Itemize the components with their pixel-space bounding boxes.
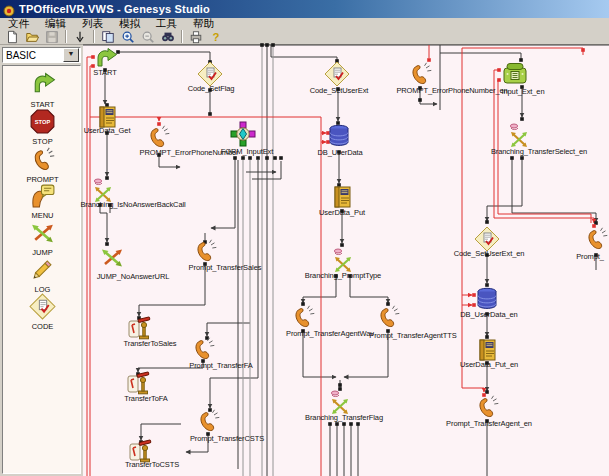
node-label-start: START xyxy=(93,68,116,77)
db-icon xyxy=(326,123,352,149)
node-label-prompt-transferagenttts: Prompt_TransferAgentTTS xyxy=(369,331,456,340)
toolbar-separator xyxy=(65,30,67,43)
node-label-branching-transferflag: Branching_TransferFlag xyxy=(305,413,383,422)
help-icon: ? xyxy=(209,30,223,44)
save-icon xyxy=(45,30,59,44)
code-icon xyxy=(29,306,56,323)
branching-icon xyxy=(327,389,353,415)
copy-button[interactable] xyxy=(98,29,118,44)
inputext-icon xyxy=(502,61,528,87)
node-label-prompt-right: Prompt_ xyxy=(576,252,604,261)
node-label-transfertocsts: TransferToCSTS xyxy=(125,460,179,469)
node-label-branching-prompttype: Branching_PromptType xyxy=(305,271,381,280)
prompt-icon xyxy=(29,159,56,176)
stop-icon: STOP xyxy=(29,121,56,138)
zoom-out-button xyxy=(138,29,158,44)
node-label-transfertofa: TransferToFA xyxy=(124,394,168,403)
new-icon xyxy=(5,30,19,44)
menu-bar: 文件编辑列表模拟工具帮助 xyxy=(0,18,609,29)
find-button[interactable] xyxy=(158,29,178,44)
zoomin-icon xyxy=(121,30,135,44)
prompt-icon xyxy=(195,408,221,434)
save-button xyxy=(42,29,62,44)
genesys-app-icon xyxy=(3,3,15,15)
darr-icon xyxy=(73,30,87,44)
palette-item-start[interactable]: START xyxy=(3,71,82,109)
zoomout-icon xyxy=(141,30,155,44)
node-label-prompt-errorphonenumber-en: PROMPT_ErrorPhoneNumber_en xyxy=(396,86,507,95)
open-icon xyxy=(25,30,39,44)
branching-icon xyxy=(506,122,532,148)
open-button[interactable] xyxy=(22,29,42,44)
window-title: TPOfficeIVR.VWS - Genesys Studio xyxy=(19,3,210,15)
node-label-prompt-transferagent-en: Prompt_TransferAgent_en xyxy=(446,419,532,428)
node-label-jump-noanswerurl: JUMP_NoAnswerURL xyxy=(97,272,170,281)
prompt-icon xyxy=(474,394,500,420)
svg-text:STOP: STOP xyxy=(35,119,51,125)
prompt-icon xyxy=(290,304,316,330)
palette-category-select[interactable]: BASIC ▼ xyxy=(2,47,81,63)
palette-item-log[interactable]: LOG xyxy=(3,256,82,294)
code-icon xyxy=(324,61,350,87)
branching-icon xyxy=(330,247,356,273)
help-button[interactable]: ? xyxy=(206,29,226,44)
menu-item-0[interactable]: 文件 xyxy=(0,18,37,29)
node-label-code-setflag: Code_SetFlag xyxy=(188,84,235,93)
palette-item-menu[interactable]: MENU xyxy=(3,182,82,220)
node-label-code-setuserext-en: Code_SetUserExt_en xyxy=(454,249,525,258)
tool-palette: STARTSTOPSTOPPROMPTMENUJUMPLOGCODE xyxy=(2,65,81,474)
chevron-down-icon[interactable]: ▼ xyxy=(63,48,79,62)
node-label-branching-isnoanswerbackcall: Branching_IsNoAnswerBackCall xyxy=(80,200,185,209)
db-icon xyxy=(474,286,500,312)
jump-icon xyxy=(99,244,125,270)
node-label-db-userdata-en: DB_UserData_en xyxy=(460,310,517,319)
node-label-prompt-transfercsts: Prompt_TransferCSTS xyxy=(190,434,264,443)
svg-text:?: ? xyxy=(213,31,220,43)
palette-item-jump[interactable]: JUMP xyxy=(3,219,82,257)
node-label-userdata-get: UserData_Get xyxy=(84,126,131,135)
node-label-userdata-put-en: UserData_Put_en xyxy=(460,360,518,369)
start-icon xyxy=(29,84,56,101)
menu-item-4[interactable]: 工具 xyxy=(148,18,185,29)
download-arrow-button[interactable] xyxy=(70,29,90,44)
prompt-icon xyxy=(375,304,401,330)
node-label-userdata-put: UserData_Put xyxy=(319,208,365,217)
node-label-branching-transferselect-en: Branching_TransferSelect_en xyxy=(491,147,587,156)
prompt-icon xyxy=(145,124,171,150)
new-button[interactable] xyxy=(2,29,22,44)
node-label-form-inputext: FORM_InputExt xyxy=(221,147,273,156)
palette-item-label: STOP xyxy=(3,137,82,146)
form-icon xyxy=(230,121,256,147)
node-label-db-userdata: DB_UserData xyxy=(317,148,362,157)
node-label-prompt-transfersales: Prompt_TransferSales xyxy=(189,263,262,272)
find-icon xyxy=(161,30,175,44)
node-label-prompt-transferfa: Prompt_TransferFA xyxy=(189,361,252,370)
node-label-code-setuserext: Code_SetUserExt xyxy=(310,86,369,95)
prompt-icon xyxy=(192,238,218,264)
toolbar-separator xyxy=(181,30,183,43)
prompt-icon xyxy=(583,226,609,252)
menu-item-2[interactable]: 列表 xyxy=(74,18,111,29)
menu-item-5[interactable]: 帮助 xyxy=(185,18,222,29)
palette-item-prompt[interactable]: PROMPT xyxy=(3,146,82,184)
node-label-input-ext-en: Input_Ext_en xyxy=(501,87,544,96)
menu-icon xyxy=(29,195,56,212)
title-bar: TPOfficeIVR.VWS - Genesys Studio xyxy=(0,0,609,18)
copy-icon xyxy=(101,30,115,44)
userdata-icon xyxy=(329,184,355,210)
node-label-prompt-transferagentwav: Prompt_TransferAgentWav xyxy=(286,329,374,338)
zoom-in-button[interactable] xyxy=(118,29,138,44)
menu-item-1[interactable]: 编辑 xyxy=(37,18,74,29)
toolbar-separator xyxy=(93,30,95,43)
jump-icon xyxy=(29,232,56,249)
log-icon xyxy=(29,269,56,286)
menu-item-3[interactable]: 模拟 xyxy=(111,18,148,29)
prompt-icon xyxy=(407,61,433,87)
palette-item-code[interactable]: CODE xyxy=(3,293,82,331)
palette-item-stop[interactable]: STOPSTOP xyxy=(3,108,82,146)
palette-category-value: BASIC xyxy=(3,50,63,61)
print-button[interactable] xyxy=(186,29,206,44)
palette-item-label: CODE xyxy=(3,322,82,331)
prompt-icon xyxy=(190,336,216,362)
toolbar: ? xyxy=(0,29,609,45)
